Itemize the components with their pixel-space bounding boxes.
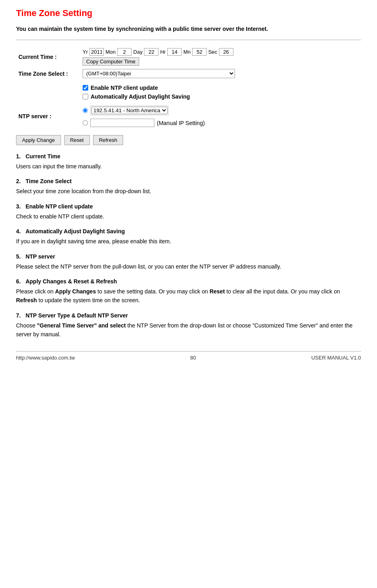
yr-label: Yr xyxy=(83,49,88,55)
section-2-num: 2. xyxy=(16,178,21,184)
section-2-title: Time Zone Select xyxy=(26,178,72,184)
footer: http://www.sapido.com.tw 80 USER MANUAL … xyxy=(16,351,361,361)
hr-input[interactable] xyxy=(167,48,182,56)
hr-label: Hr xyxy=(160,49,166,55)
apply-change-button[interactable]: Apply Change xyxy=(16,135,61,145)
refresh-bold: Refresh xyxy=(16,297,37,303)
current-time-label: Current Time : xyxy=(16,46,80,67)
section-1-heading: 1.Current Time xyxy=(16,153,361,160)
timezone-label: Time Zone Select : xyxy=(16,67,80,80)
section-7-heading: 7.NTP Server Type & Default NTP Server xyxy=(16,312,361,319)
current-time-fields: Yr Mon Day Hr Mn Sec Copy Computer Time xyxy=(80,46,361,67)
section-7-title: NTP Server Type & Default NTP Server xyxy=(26,312,128,319)
ntp-preset-row: 192.5.41.41 - North America xyxy=(83,105,359,115)
page-title: Time Zone Setting xyxy=(16,8,361,18)
action-buttons: Apply Change Reset Refresh xyxy=(16,135,361,145)
footer-url: http://www.sapido.com.tw xyxy=(16,355,75,361)
section-1-body: Users can input the time manually. xyxy=(16,162,361,171)
section-3-heading: 3.Enable NTP client update xyxy=(16,203,361,210)
section-2-heading: 2.Time Zone Select xyxy=(16,178,361,184)
section-4-body: If you are in daylight saving time area,… xyxy=(16,237,361,246)
section-6-body: Please click on Apply Changes to save th… xyxy=(16,287,361,305)
reset-bold: Reset xyxy=(209,288,225,295)
ntp-manual-radio[interactable] xyxy=(83,120,88,125)
sec-input[interactable] xyxy=(219,48,233,56)
ntp-enable-row: Enable NTP client update xyxy=(83,85,359,91)
ntp-preset-select[interactable]: 192.5.41.41 - North America xyxy=(91,107,168,114)
manual-ip-label: (Manual IP Setting) xyxy=(157,120,205,126)
footer-page-num: 80 xyxy=(190,355,196,361)
timezone-select[interactable]: (GMT+08:00)Taipei xyxy=(83,69,235,78)
section-1-title: Current Time xyxy=(26,153,61,160)
mn-input[interactable] xyxy=(192,48,207,56)
divider xyxy=(16,40,361,40)
section-6-title: Apply Changes & Reset & Refresh xyxy=(26,278,117,285)
section-6-heading: 6.Apply Changes & Reset & Refresh xyxy=(16,278,361,285)
sections-container: 1.Current Time Users can input the time … xyxy=(16,153,361,339)
daylight-saving-checkbox[interactable] xyxy=(83,94,88,99)
ntp-enable-checkbox[interactable] xyxy=(83,85,88,91)
daylight-saving-label: Automatically Adjust Daylight Saving xyxy=(91,93,190,100)
mn-label: Mn xyxy=(183,49,191,55)
settings-form: Current Time : Yr Mon Day Hr Mn Sec Copy… xyxy=(16,46,361,129)
ntp-preset-select-wrap: 192.5.41.41 - North America xyxy=(90,105,169,115)
section-3-body: Check to enable NTP client update. xyxy=(16,212,361,221)
apply-changes-bold: Apply Changes xyxy=(55,288,96,295)
section-7-body: Choose "General Time Server" and select … xyxy=(16,321,361,339)
mon-label: Mon xyxy=(105,49,116,55)
ntp-preset-radio[interactable] xyxy=(83,108,88,113)
section-4-heading: 4.Automatically Adjust Daylight Saving xyxy=(16,228,361,234)
section-5-body: Please select the NTP server from the pu… xyxy=(16,262,361,271)
section-5-title: NTP server xyxy=(26,253,55,260)
sec-label: Sec xyxy=(208,49,217,55)
section-2-body: Select your time zone location from the … xyxy=(16,187,361,196)
refresh-button[interactable]: Refresh xyxy=(93,135,124,145)
day-input[interactable] xyxy=(144,48,158,56)
section-5-heading: 5.NTP server xyxy=(16,253,361,260)
section-4-title: Automatically Adjust Daylight Saving xyxy=(26,228,125,234)
section-3-num: 3. xyxy=(16,203,21,210)
section-7-num: 7. xyxy=(16,312,21,319)
section-5-num: 5. xyxy=(16,253,21,260)
copy-computer-time-button[interactable]: Copy Computer Time xyxy=(83,57,139,66)
general-time-server-bold: "General Time Server" and select xyxy=(37,322,126,329)
timezone-select-cell: (GMT+08:00)Taipei xyxy=(80,67,361,80)
day-label: Day xyxy=(133,49,142,55)
ntp-server-label: NTP server : xyxy=(16,104,80,129)
ntp-manual-row: (Manual IP Setting) xyxy=(83,119,359,127)
ntp-enable-label: Enable NTP client update xyxy=(91,85,158,91)
mon-input[interactable] xyxy=(117,48,132,56)
section-3-title: Enable NTP client update xyxy=(26,203,93,210)
section-4-num: 4. xyxy=(16,228,21,234)
section-1-num: 1. xyxy=(16,153,21,160)
section-6-num: 6. xyxy=(16,278,21,285)
checkboxes-cell: Enable NTP client update Automatically A… xyxy=(80,80,361,104)
footer-manual: USER MANUAL V1.0 xyxy=(311,355,361,361)
reset-button[interactable]: Reset xyxy=(64,135,90,145)
yr-input[interactable] xyxy=(89,48,104,56)
ntp-manual-input[interactable] xyxy=(90,119,154,127)
intro-text: You can maintain the system time by sync… xyxy=(16,25,361,33)
daylight-saving-row: Automatically Adjust Daylight Saving xyxy=(83,93,359,100)
ntp-server-cell: 192.5.41.41 - North America (Manual IP S… xyxy=(80,104,361,129)
